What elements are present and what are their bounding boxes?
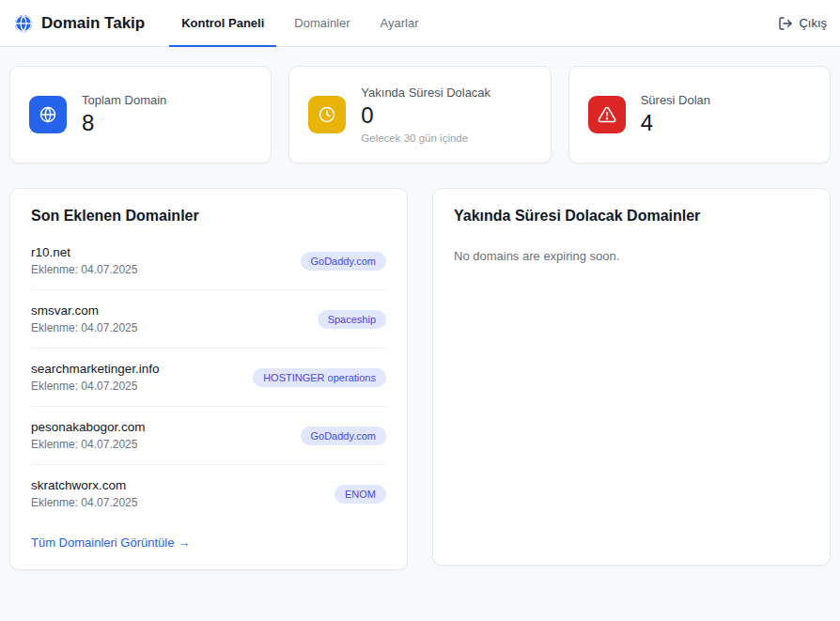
stat-card-expired: Süresi Dolan 4 <box>568 66 831 163</box>
domain-name: smsvar.com <box>31 303 137 318</box>
stats-row: Toplam Domain 8 Yakında Süresi Dolacak 0… <box>9 66 831 163</box>
domain-info: r10.net Eklenme: 04.07.2025 <box>31 245 137 276</box>
domain-name: skratchworx.com <box>31 478 137 492</box>
stat-label: Toplam Domain <box>82 93 166 107</box>
logout-label: Çıkış <box>799 16 827 30</box>
logout-button[interactable]: Çıkış <box>778 0 827 46</box>
domain-row: searchmarketinger.info Eklenme: 04.07.20… <box>31 349 386 407</box>
stat-value: 8 <box>82 111 166 135</box>
domain-name: pesonakabogor.com <box>31 420 146 434</box>
stat-card-expiring-soon: Yakında Süresi Dolacak 0 Gelecek 30 gün … <box>288 66 551 163</box>
stat-text: Yakında Süresi Dolacak 0 Gelecek 30 gün … <box>361 85 490 144</box>
recent-domains-panel: Son Eklenen Domainler r10.net Eklenme: 0… <box>9 188 408 570</box>
stat-value: 4 <box>641 111 710 135</box>
stat-card-total-domains: Toplam Domain 8 <box>9 66 272 163</box>
registrar-badge: GoDaddy.com <box>301 427 387 445</box>
domain-added-date: Eklenme: 04.07.2025 <box>31 263 137 276</box>
domain-info: searchmarketinger.info Eklenme: 04.07.20… <box>31 362 160 393</box>
globe-logo-icon <box>13 13 34 34</box>
domain-row: smsvar.com Eklenme: 04.07.2025 Spaceship <box>31 290 386 349</box>
main-nav: Kontrol Paneli Domainler Ayarlar <box>169 0 778 46</box>
domain-info: pesonakabogor.com Eklenme: 04.07.2025 <box>31 420 146 451</box>
domain-name: r10.net <box>31 245 137 259</box>
page-content: Toplam Domain 8 Yakında Süresi Dolacak 0… <box>0 47 840 570</box>
logout-icon <box>778 16 793 31</box>
clock-icon <box>308 96 346 133</box>
nav-item-kontrol-paneli[interactable]: Kontrol Paneli <box>169 0 276 47</box>
panel-title: Yakında Süresi Dolacak Domainler <box>454 208 809 225</box>
stat-label: Süresi Dolan <box>641 93 710 107</box>
view-all-domains-link[interactable]: Tüm Domainleri Görüntüle → <box>31 536 190 550</box>
top-navbar: Domain Takip Kontrol Paneli Domainler Ay… <box>0 0 840 47</box>
globe-icon <box>29 96 67 133</box>
registrar-badge: HOSTINGER operations <box>253 368 386 387</box>
nav-item-ayarlar[interactable]: Ayarlar <box>368 0 431 47</box>
stat-value: 0 <box>361 103 490 128</box>
nav-item-domainler[interactable]: Domainler <box>282 0 362 47</box>
warning-icon <box>588 96 626 133</box>
domain-list: r10.net Eklenme: 04.07.2025 GoDaddy.com … <box>31 232 386 522</box>
stat-text: Süresi Dolan 4 <box>641 93 710 135</box>
domain-info: skratchworx.com Eklenme: 04.07.2025 <box>31 478 137 509</box>
domain-added-date: Eklenme: 04.07.2025 <box>31 380 160 393</box>
empty-state-message: No domains are expiring soon. <box>454 249 809 263</box>
stat-text: Toplam Domain 8 <box>82 93 166 135</box>
domain-added-date: Eklenme: 04.07.2025 <box>31 496 137 509</box>
brand: Domain Takip <box>13 0 145 46</box>
domain-row: r10.net Eklenme: 04.07.2025 GoDaddy.com <box>31 232 386 290</box>
domain-added-date: Eklenme: 04.07.2025 <box>31 438 146 451</box>
domain-name: searchmarketinger.info <box>31 362 160 376</box>
registrar-badge: ENOM <box>334 485 386 504</box>
stat-label: Yakında Süresi Dolacak <box>361 85 490 100</box>
panel-title: Son Eklenen Domainler <box>31 208 386 225</box>
expiring-domains-panel: Yakında Süresi Dolacak Domainler No doma… <box>432 188 831 566</box>
registrar-badge: Spaceship <box>318 310 386 329</box>
domain-row: skratchworx.com Eklenme: 04.07.2025 ENOM <box>31 465 386 522</box>
panels-row: Son Eklenen Domainler r10.net Eklenme: 0… <box>9 188 831 570</box>
domain-row: pesonakabogor.com Eklenme: 04.07.2025 Go… <box>31 407 386 465</box>
domain-added-date: Eklenme: 04.07.2025 <box>31 321 137 334</box>
registrar-badge: GoDaddy.com <box>301 252 387 271</box>
stat-subtitle: Gelecek 30 gün içinde <box>361 132 490 144</box>
app-title: Domain Takip <box>41 14 145 33</box>
domain-info: smsvar.com Eklenme: 04.07.2025 <box>31 303 137 334</box>
